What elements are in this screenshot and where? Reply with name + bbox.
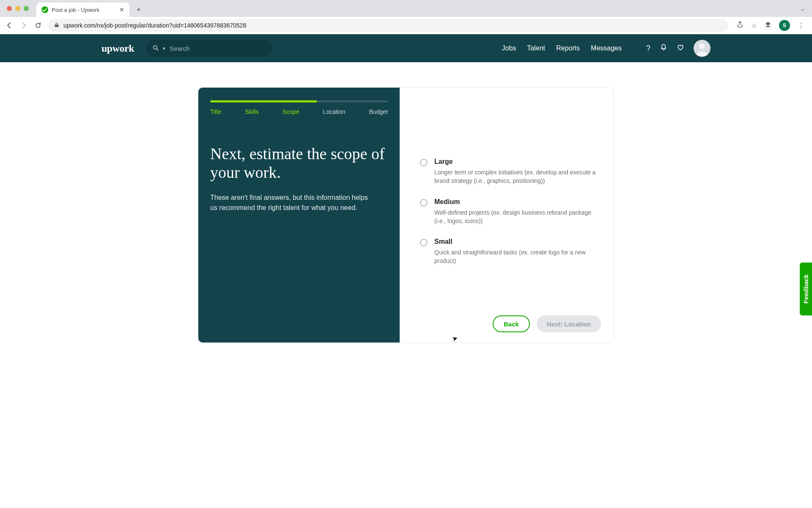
option-desc: Longer term or complex initiatives (ex. … [434,168,601,185]
nav-reports[interactable]: Reports [556,44,580,52]
star-icon[interactable]: ☆ [751,22,757,30]
search-placeholder: Search [170,45,190,52]
nav-links: Jobs Talent Reports Messages [502,44,622,52]
upwork-logo[interactable]: upwork [102,43,134,54]
profile-avatar[interactable] [694,40,710,57]
radio-icon[interactable] [420,159,428,166]
lock-icon [54,22,59,29]
share-icon[interactable] [737,21,743,30]
radio-icon[interactable] [420,199,428,207]
radio-icon[interactable] [420,239,428,246]
nav-jobs[interactable]: Jobs [502,44,516,52]
profile-avatar-sm[interactable]: S [779,20,790,31]
nav-messages[interactable]: Messages [591,44,622,52]
svg-point-2 [699,43,705,49]
feedback-tab[interactable]: Feedback [800,262,812,315]
browser-chrome: Post a job - Upwork ✕ + ⌄ upwork.com/nx/… [0,0,812,34]
window-controls [5,0,33,17]
step-location: Location [323,108,346,115]
address-bar-actions: ☆ S ⋮ [734,20,807,31]
next-button[interactable]: Next: Location [537,315,601,332]
step-scope: Scope [283,108,299,115]
step-title: Title [210,108,221,115]
option-label: Large [434,158,601,166]
progress-bar [210,100,388,102]
tab-title: Post a job - Upwork [52,7,99,13]
search-icon [153,45,159,52]
search-box[interactable]: ▾ Search [146,40,273,57]
step-budget: Budget [369,108,388,115]
option-desc: Quick and straightforward tasks (ex. cre… [434,248,601,265]
close-tab-icon[interactable]: ✕ [119,6,124,13]
url-field[interactable]: upwork.com/nx/job-post/regular/duration?… [48,19,728,32]
tab-bar: Post a job - Upwork ✕ + ⌄ [0,0,812,17]
forward-button [19,21,28,30]
app-header: upwork ▾ Search Jobs Talent Reports Mess… [0,34,812,62]
option-label: Medium [434,198,601,206]
progress-steps: Title Skills Scope Location Budget [210,108,388,115]
job-post-card: Title Skills Scope Location Budget Next,… [198,88,614,342]
page-headline: Next, estimate the scope of your work. [210,145,388,182]
option-desc: Well-defined projects (ex. design busine… [434,208,601,226]
maximize-window-icon[interactable] [24,6,29,11]
help-icon[interactable]: ? [646,44,650,53]
reload-button[interactable] [34,21,42,30]
footer-buttons: Back Next: Location [420,303,601,332]
scope-option-small[interactable]: Small Quick and straightforward tasks (e… [420,238,601,265]
chevron-down-icon[interactable]: ▾ [163,46,165,51]
scope-options: Large Longer term or complex initiatives… [420,158,601,265]
page-body: Title Skills Scope Location Budget Next,… [0,62,812,342]
progress-fill [210,100,317,102]
back-button[interactable]: Back [493,315,530,332]
right-pane: Large Longer term or complex initiatives… [400,88,614,342]
close-window-icon[interactable] [7,6,12,11]
heart-icon[interactable] [677,44,684,53]
url-text: upwork.com/nx/job-post/regular/duration?… [63,22,246,29]
extensions-icon[interactable] [765,21,771,30]
svg-line-1 [157,49,159,50]
browser-tab[interactable]: Post a job - Upwork ✕ [36,3,129,17]
step-skills: Skills [245,108,259,115]
upwork-favicon-icon [41,6,48,13]
address-bar: upwork.com/nx/job-post/regular/duration?… [0,17,812,34]
option-label: Small [434,238,601,246]
back-button[interactable] [5,21,14,30]
scope-option-large[interactable]: Large Longer term or complex initiatives… [420,158,601,185]
scope-option-medium[interactable]: Medium Well-defined projects (ex. design… [420,198,601,226]
left-pane: Title Skills Scope Location Budget Next,… [198,88,400,342]
new-tab-button[interactable]: + [133,4,145,16]
minimize-window-icon[interactable] [15,6,20,11]
bell-icon[interactable] [660,44,667,53]
page-subtext: These aren't final answers, but this inf… [210,193,371,212]
kebab-menu-icon[interactable]: ⋮ [798,22,804,30]
header-icons: ? [646,40,710,57]
nav-talent[interactable]: Talent [527,44,545,52]
tabs-menu-icon[interactable]: ⌄ [800,5,805,12]
